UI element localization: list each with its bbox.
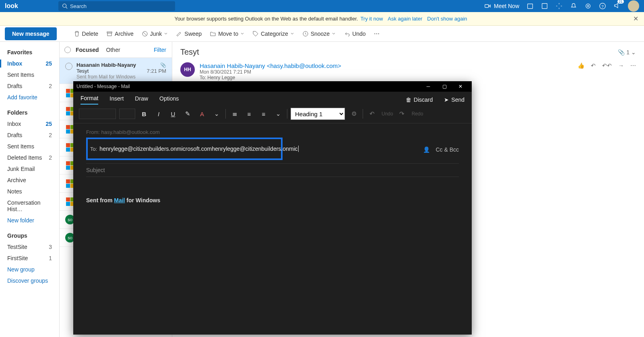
bell-icon[interactable] (570, 2, 577, 10)
undo-modal-button[interactable]: ↶ (366, 108, 378, 119)
sweep-button[interactable]: Sweep (173, 29, 205, 39)
minimize-button[interactable]: ─ (420, 81, 436, 92)
align-button[interactable]: ≡ (258, 108, 269, 119)
heading-select[interactable]: Heading 1 (291, 108, 345, 120)
chevron-down-icon (240, 32, 244, 36)
chevron-down-icon (164, 32, 168, 36)
nav-notes[interactable]: Notes (4, 186, 55, 197)
folders-header[interactable]: Folders (4, 107, 55, 118)
tab-draw[interactable]: Draw (135, 95, 148, 104)
svg-rect-4 (542, 4, 547, 9)
move-to-button[interactable]: Move to (206, 29, 248, 39)
calendar-plus-icon[interactable] (526, 2, 534, 10)
filter-button[interactable]: Filter (154, 47, 167, 53)
svg-rect-3 (528, 4, 533, 9)
profile-avatar[interactable] (628, 0, 639, 12)
search-input[interactable] (70, 3, 171, 9)
nav-junk[interactable]: Junk Email (4, 163, 55, 175)
nav-archive[interactable]: Archive (4, 175, 55, 186)
select-all-checkbox[interactable] (64, 47, 71, 53)
megaphone-icon[interactable] (613, 2, 621, 10)
chevron-down-icon (332, 32, 336, 36)
tab-format[interactable]: Format (80, 95, 98, 105)
gear-icon[interactable] (584, 2, 592, 10)
nav-drafts[interactable]: Drafts2 (4, 129, 55, 141)
delete-button[interactable]: Delete (70, 29, 101, 39)
subject-input[interactable]: Subject (86, 164, 459, 177)
nav-new-group[interactable]: New group (4, 264, 55, 275)
tab-other[interactable]: Other (106, 45, 120, 55)
meet-now-button[interactable]: Meet Now (484, 2, 519, 10)
search-box[interactable] (58, 1, 175, 11)
redo-modal-button[interactable]: ↷ (396, 108, 408, 119)
discard-button[interactable]: 🗑Discard (406, 97, 433, 103)
more-button[interactable]: ⋯ (371, 29, 383, 39)
styles-gear-icon[interactable]: ⚙ (348, 108, 359, 119)
font-size-select[interactable] (119, 109, 135, 119)
banner-ask-link[interactable]: Ask again later (388, 16, 422, 22)
my-day-icon[interactable] (541, 2, 548, 10)
window-title: Untitled - Message - Mail (76, 84, 130, 89)
nav-discover-groups[interactable]: Discover groups (4, 275, 55, 286)
nav-inbox[interactable]: Inbox25 (4, 118, 55, 129)
archive-button[interactable]: Archive (103, 29, 137, 39)
people-icon[interactable]: 👤 (423, 146, 430, 153)
bold-button[interactable]: B (138, 108, 150, 119)
nav-inbox-fav[interactable]: Inbox25 (4, 58, 55, 69)
new-message-button[interactable]: New message (5, 27, 57, 40)
from-line: From: hasy.habib@outlook.com (86, 129, 459, 135)
more-format-icon[interactable]: ⌄ (211, 108, 222, 119)
nav-add-favorite[interactable]: Add favorite (4, 92, 55, 103)
sender-avatar: HH (180, 62, 195, 77)
help-icon[interactable]: ? (599, 2, 606, 10)
attachment-count[interactable]: 📎1⌄ (618, 49, 636, 55)
underline-button[interactable]: U (167, 108, 179, 119)
nav-conv-hist[interactable]: Conversation Hist… (4, 197, 55, 215)
reply-icon[interactable]: ↶ (591, 62, 596, 69)
more-icon[interactable]: ⋯ (630, 62, 636, 69)
highlight-button[interactable]: ✎ (182, 108, 193, 119)
close-icon[interactable]: ✕ (633, 15, 638, 23)
undo-button[interactable]: Undo (341, 29, 369, 39)
nav-new-folder[interactable]: New folder (4, 215, 55, 226)
bullet-list-button[interactable]: ≣ (229, 108, 240, 119)
font-family-select[interactable] (79, 109, 116, 119)
font-color-button[interactable]: A (196, 108, 208, 119)
reply-all-icon[interactable]: ↶↶ (602, 62, 612, 69)
italic-button[interactable]: I (153, 108, 164, 119)
cc-bcc-button[interactable]: Cc & Bcc (436, 146, 459, 153)
like-icon[interactable]: 👍 (578, 62, 584, 69)
top-bar: look Meet Now ? (0, 0, 644, 12)
groups-header[interactable]: Groups (4, 230, 55, 241)
maximize-button[interactable]: ▢ (436, 81, 452, 92)
nav-sent-fav[interactable]: Sent Items (4, 69, 55, 80)
tab-focused[interactable]: Focused (76, 45, 99, 55)
banner-dont-link[interactable]: Don't show again (427, 16, 467, 22)
categorize-button[interactable]: Categorize (249, 29, 297, 39)
tab-insert[interactable]: Insert (109, 95, 124, 104)
more-para-icon[interactable]: ⌄ (272, 108, 284, 119)
to-label: To: (90, 146, 97, 152)
junk-button[interactable]: Junk (138, 29, 171, 39)
to-input[interactable]: henrylegge@citizenbuilders.onmicrosoft.c… (99, 146, 298, 152)
message-row[interactable]: Hasanain Habib-Nayany📎 Tesyt7:21 PM Sent… (60, 58, 172, 84)
send-button[interactable]: ➤Send (444, 97, 464, 103)
mail-link[interactable]: Mail (114, 197, 125, 203)
numbered-list-button[interactable]: ≡ (244, 108, 255, 119)
close-button[interactable]: ✕ (452, 81, 469, 92)
trash-icon: 🗑 (406, 97, 411, 103)
tab-options[interactable]: Options (159, 95, 179, 104)
select-checkbox[interactable] (65, 63, 72, 70)
forward-icon[interactable]: → (618, 62, 624, 69)
light-icon[interactable] (555, 2, 563, 10)
banner-try-link[interactable]: Try it now (360, 16, 383, 22)
nav-testsite[interactable]: TestSite3 (4, 241, 55, 253)
snooze-button[interactable]: Snooze (299, 29, 339, 39)
favorites-header[interactable]: Favorites (4, 47, 55, 58)
to-field-highlight: To: henrylegge@citizenbuilders.onmicroso… (86, 138, 283, 160)
nav-deleted[interactable]: Deleted Items2 (4, 152, 55, 163)
nav-sent[interactable]: Sent Items (4, 141, 55, 152)
email-body[interactable]: Sent from Mail for Windows (86, 197, 459, 203)
nav-drafts-fav[interactable]: Drafts2 (4, 80, 55, 92)
nav-firstsite[interactable]: FirstSite1 (4, 253, 55, 264)
